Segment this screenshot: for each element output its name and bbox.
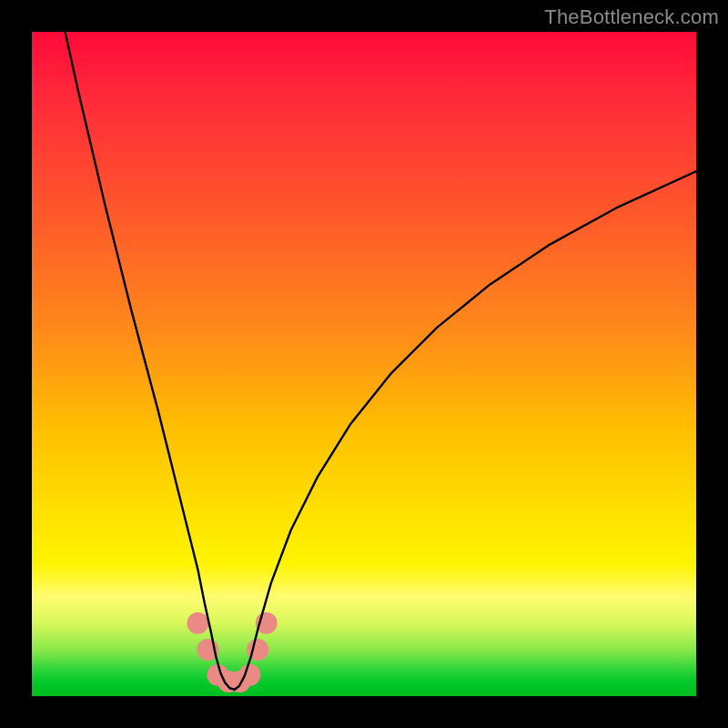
bottleneck-curve: [66, 32, 697, 690]
chart-frame: TheBottleneck.com: [0, 0, 728, 728]
marker-dot: [187, 612, 209, 634]
chart-svg: [32, 32, 696, 696]
plot-area: [32, 32, 696, 696]
marker-cluster: [187, 612, 278, 693]
watermark-text: TheBottleneck.com: [544, 5, 719, 29]
